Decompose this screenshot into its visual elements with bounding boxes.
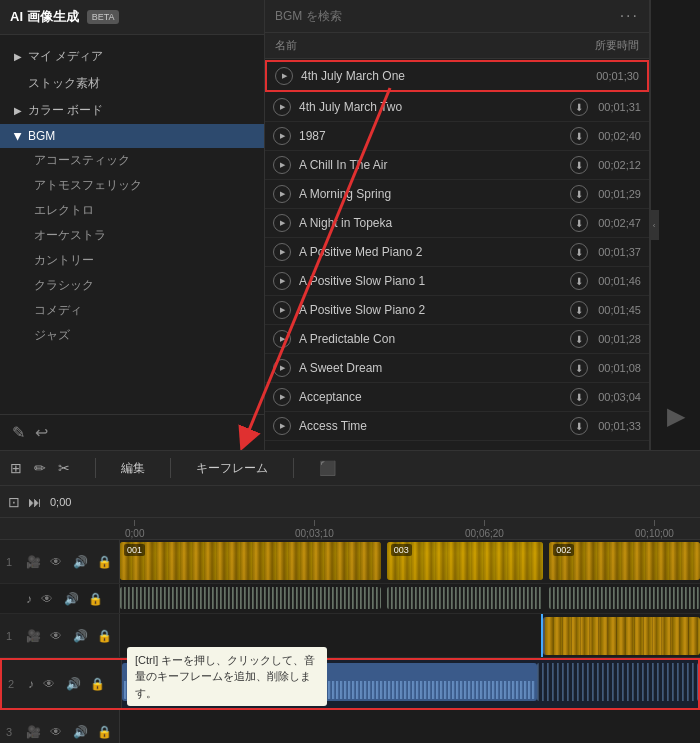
vol-button[interactable]: 🔊	[71, 629, 89, 643]
track-controls-1: 1 🎥 👁 🔊 🔒	[0, 540, 120, 583]
collapse-panel-button[interactable]: ‹	[649, 210, 659, 240]
grid-icon[interactable]: ⊞	[10, 460, 22, 476]
lock-button[interactable]: 🔒	[86, 592, 104, 606]
more-options-button[interactable]: ···	[620, 7, 639, 25]
download-button[interactable]: ⬇	[570, 330, 588, 348]
ruler-mark-3: 00;10;00	[635, 520, 674, 539]
play-button[interactable]	[273, 359, 291, 377]
scissors-icon[interactable]: ✂	[58, 460, 70, 476]
sidebar-item-comedy[interactable]: コメディ	[20, 298, 264, 323]
bgm-waveform-ext	[537, 663, 698, 701]
sidebar-item-color[interactable]: ▶ カラー ボード	[0, 97, 264, 124]
track-number: 2	[8, 678, 22, 690]
play-button[interactable]	[273, 388, 291, 406]
download-button[interactable]: ⬇	[570, 98, 588, 116]
bgm-row[interactable]: A Night in Topeka ⬇ 00;02;47	[265, 209, 649, 238]
video-clip-001[interactable]: 001	[120, 542, 381, 580]
play-button[interactable]	[273, 243, 291, 261]
arrow-icon: ▶	[14, 51, 22, 62]
bgm-row[interactable]: A Sweet Dream ⬇ 00;01;08	[265, 354, 649, 383]
volume-button[interactable]: 🔊	[71, 555, 89, 569]
eye-button[interactable]: 👁	[47, 555, 65, 569]
video-clip-003[interactable]: 003	[387, 542, 544, 580]
left-panel: AI 画像生成 BETA ▶ マイ メディア ストック素材 ▶ カラー ボード …	[0, 0, 265, 450]
download-button[interactable]: ⬇	[570, 185, 588, 203]
play-button[interactable]	[273, 301, 291, 319]
bgm-duration: 00;01;30	[594, 70, 639, 82]
play-button[interactable]	[273, 330, 291, 348]
eye-button[interactable]: 👁	[40, 677, 58, 691]
sidebar-item-atmospheric[interactable]: アトモスフェリック	[20, 173, 264, 198]
pen-icon[interactable]: ✏	[34, 460, 46, 476]
arrow-icon: ▶	[14, 105, 22, 116]
download-button[interactable]: ⬇	[570, 156, 588, 174]
top-section: AI 画像生成 BETA ▶ マイ メディア ストック素材 ▶ カラー ボード …	[0, 0, 700, 450]
col-duration-header: 所要時間	[595, 38, 639, 53]
download-button[interactable]: ⬇	[570, 243, 588, 261]
sidebar-item-jazz[interactable]: ジャズ	[20, 323, 264, 348]
marker-icon[interactable]: ⬛	[319, 460, 336, 476]
download-button[interactable]: ⬇	[570, 417, 588, 435]
vol-button[interactable]: 🔊	[62, 592, 80, 606]
eye-button[interactable]: 👁	[47, 629, 65, 643]
sidebar-item-bgm[interactable]: ▶ BGM	[0, 124, 264, 148]
ruler-mark-1: 00;03;10	[295, 520, 334, 539]
bgm-duration: 00;02;47	[596, 217, 641, 229]
layout-icon[interactable]: ⊡	[8, 494, 20, 510]
play-button[interactable]	[273, 185, 291, 203]
bgm-row[interactable]: Access Time ⬇ 00;01;33	[265, 412, 649, 441]
bgm-row[interactable]: 1987 ⬇ 00;02;40	[265, 122, 649, 151]
play-button[interactable]	[273, 214, 291, 232]
bgm-row[interactable]: A Positive Med Piano 2 ⬇ 00;01;37	[265, 238, 649, 267]
track-row-video-1: 1 🎥 👁 🔊 🔒 001 003	[0, 540, 700, 584]
sidebar-item-electro[interactable]: エレクトロ	[20, 198, 264, 223]
eye-button[interactable]: 👁	[38, 592, 56, 606]
edit-icon[interactable]: ✎	[12, 423, 25, 442]
sidebar-item-classic[interactable]: クラシック	[20, 273, 264, 298]
sidebar-label: カラー ボード	[28, 102, 103, 119]
download-button[interactable]: ⬇	[570, 272, 588, 290]
lock-button[interactable]: 🔒	[95, 555, 113, 569]
bgm-duration: 00;01;45	[596, 304, 641, 316]
camera-icon: 🎥	[26, 555, 41, 569]
play-button[interactable]	[273, 98, 291, 116]
bgm-row-highlighted[interactable]: 4th July March One 00;01;30	[265, 60, 649, 92]
beta-badge: BETA	[87, 10, 120, 24]
bgm-row[interactable]: Acceptance ⬇ 00;03;04	[265, 383, 649, 412]
vol-button[interactable]: 🔊	[64, 677, 82, 691]
play-button[interactable]	[273, 417, 291, 435]
bgm-row[interactable]: 4th July March Two ⬇ 00;01;31	[265, 93, 649, 122]
video-clip-002[interactable]: 002	[549, 542, 700, 580]
download-button[interactable]: ⬇	[570, 301, 588, 319]
play-button[interactable]	[273, 127, 291, 145]
lock-button[interactable]: 🔒	[88, 677, 106, 691]
download-button[interactable]: ⬇	[570, 214, 588, 232]
download-button[interactable]: ⬇	[570, 359, 588, 377]
eye-button[interactable]: 👁	[47, 725, 65, 739]
bgm-row[interactable]: A Chill In The Air ⬇ 00;02;12	[265, 151, 649, 180]
track-controls-bgm: 2 ♪ 👁 🔊 🔒	[2, 660, 122, 708]
sidebar-item-stock[interactable]: ストック素材	[0, 70, 264, 97]
sidebar-item-acoustic[interactable]: アコースティック	[20, 148, 264, 173]
track-area[interactable]: 1 🎥 👁 🔊 🔒 001 003	[0, 540, 700, 743]
bgm-duration: 00;01;28	[596, 333, 641, 345]
bgm-row[interactable]: A Positive Slow Piano 1 ⬇ 00;01;46	[265, 267, 649, 296]
lock-button[interactable]: 🔒	[95, 629, 113, 643]
sidebar-item-orchestra[interactable]: オーケストラ	[20, 223, 264, 248]
vol-button[interactable]: 🔊	[71, 725, 89, 739]
play-button[interactable]	[275, 67, 293, 85]
lock-button[interactable]: 🔒	[95, 725, 113, 739]
download-button[interactable]: ⬇	[570, 127, 588, 145]
skip-icon[interactable]: ⏭	[28, 494, 42, 510]
music-icon: ♪	[26, 592, 32, 606]
download-button[interactable]: ⬇	[570, 388, 588, 406]
bgm-row[interactable]: A Positive Slow Piano 2 ⬇ 00;01;45	[265, 296, 649, 325]
play-button[interactable]	[273, 272, 291, 290]
bgm-row[interactable]: A Morning Spring ⬇ 00;01;29	[265, 180, 649, 209]
sidebar-item-country[interactable]: カントリー	[20, 248, 264, 273]
play-button[interactable]	[273, 156, 291, 174]
delete-icon[interactable]: ↩	[35, 423, 48, 442]
sidebar-item-my-media[interactable]: ▶ マイ メディア	[0, 43, 264, 70]
bgm-search-input[interactable]	[275, 9, 620, 23]
bgm-row[interactable]: A Predictable Con ⬇ 00;01;28	[265, 325, 649, 354]
